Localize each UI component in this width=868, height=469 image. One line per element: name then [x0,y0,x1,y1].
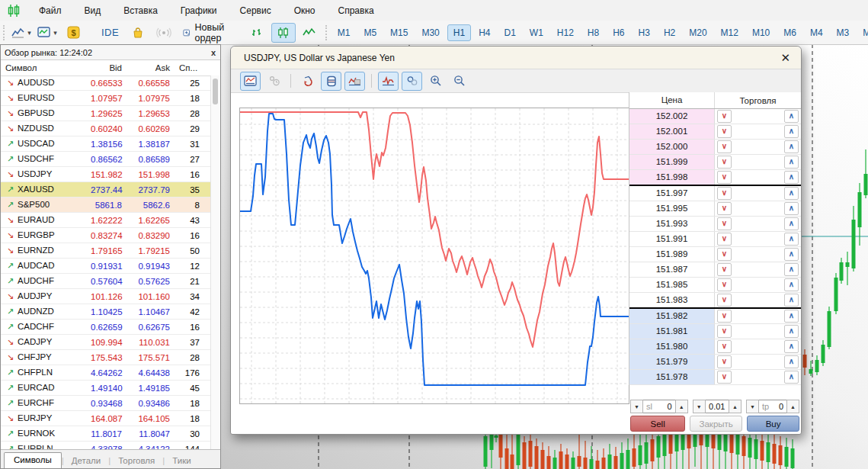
timeframe-H12[interactable]: H12 [551,24,580,41]
market-watch-row[interactable]: ↘GBPUSD1.296251.2965328 [1,106,220,121]
column-bid[interactable]: Bid [86,63,127,72]
market-watch-row[interactable]: ↘EURUSD1.079571.0797518 [1,91,220,106]
ladder-price-cell[interactable]: 151.980 [629,339,715,354]
sell-at-price-button[interactable]: ∨ [717,202,732,215]
lot-field[interactable]: 0.01 [706,400,729,413]
timeframe-M4[interactable]: M4 [804,24,829,41]
advanced-mode-button[interactable] [344,72,365,91]
market-watch-row[interactable]: ↘CHFJPY175.543175.57128 [1,350,220,365]
signals-button[interactable] [152,23,176,43]
timeframe-H4[interactable]: H4 [472,24,496,41]
market-watch-row[interactable]: ↘EURAUD1.622221.6226543 [1,213,220,228]
tab-Символы[interactable]: Символы [4,452,62,468]
sell-at-price-button[interactable]: ∨ [717,278,732,291]
sl-increase-button[interactable]: ▲ [675,400,688,413]
timeframe-M6[interactable]: M6 [777,24,802,41]
market-depth-chart-button[interactable] [240,72,261,91]
sell-at-price-button[interactable]: ∨ [717,125,732,138]
ladder-price-cell[interactable]: 151.981 [629,324,715,339]
buy-at-price-button[interactable]: ∧ [784,294,799,307]
market-watch-close-icon[interactable]: x [211,49,216,56]
sell-at-price-button[interactable]: ∨ [717,355,732,368]
buy-at-price-button[interactable]: ∧ [784,217,799,230]
close-position-button[interactable]: Закрыть [690,416,742,432]
ladder-price-cell[interactable]: 151.987 [629,262,715,277]
new-chart-button[interactable]: ▾ [35,23,59,43]
menu-item-Сервис[interactable]: Сервис [229,1,283,21]
market-watch-row[interactable]: ↗S&P5005861.85862.68 [1,198,220,213]
buy-at-price-button[interactable]: ∧ [784,187,799,200]
ladder-price-cell[interactable]: 152.001 [629,124,715,139]
market-watch-scrollbar[interactable] [210,75,220,450]
menu-item-Вставка[interactable]: Вставка [112,1,169,21]
sell-button[interactable]: Sell [630,416,685,432]
market-watch-row[interactable]: ↗AUDCHF0.576040.5762521 [1,274,220,289]
menu-item-Файл[interactable]: Файл [27,1,73,21]
market-watch-row[interactable]: ↘USDJPY151.982151.99816 [1,167,220,182]
buy-at-price-button[interactable]: ∧ [784,125,799,138]
sl-field[interactable]: sl 0 [643,400,675,413]
timeframe-H6[interactable]: H6 [607,24,630,41]
market-watch-row[interactable]: ↘EURNZD1.791651.7921550 [1,243,220,259]
tp-field[interactable]: tp 0 [759,400,786,413]
buy-button[interactable]: Buy [747,416,799,432]
sl-decrease-button[interactable]: ▼ [630,400,643,413]
buy-at-price-button[interactable]: ∧ [784,110,799,123]
buy-at-price-button[interactable]: ∧ [784,325,799,338]
buy-at-price-button[interactable]: ∧ [784,202,799,215]
menu-item-Графики[interactable]: Графики [169,1,229,21]
buy-at-price-button[interactable]: ∧ [784,140,799,153]
sell-at-price-button[interactable]: ∨ [717,171,732,184]
sell-at-price-button[interactable]: ∨ [717,217,732,230]
column-ask[interactable]: Ask [127,63,175,72]
buy-at-price-button[interactable]: ∧ [784,156,799,169]
dom-window-close-icon[interactable]: ✕ [780,51,790,65]
market-watch-row[interactable]: ↗USDCAD1.381561.3818731 [1,137,220,152]
market-watch-row[interactable]: ↘AUDUSD0.665330.6655825 [1,75,220,91]
ide-button[interactable]: IDE [101,27,119,38]
timeframe-M12[interactable]: M12 [715,24,745,41]
buy-at-price-button[interactable]: ∧ [784,171,799,184]
market-watch-row[interactable]: ↗XAUUSD2737.442737.7935 [1,182,220,198]
ladder-price-cell[interactable]: 151.985 [629,278,715,292]
buy-at-price-button[interactable]: ∧ [784,248,799,261]
market-watch-row[interactable]: ↗EURNOK11.801711.804730 [1,426,220,442]
timeframe-M1[interactable]: M1 [332,24,357,41]
market-watch-row[interactable]: ↗CHFPLN4.642624.64438176 [1,365,220,381]
market-watch-row[interactable]: ↗EURCAD1.491401.4918545 [1,381,220,396]
ladder-price-cell[interactable]: 151.998 [629,170,715,185]
market-watch-row[interactable]: ↘EURGBP0.832740.8329016 [1,228,220,243]
timeframe-M30[interactable]: M30 [415,24,445,41]
market-watch-row[interactable]: ↘AUDJPY101.126101.16034 [1,289,220,304]
ladder-price-cell[interactable]: 152.000 [629,140,715,154]
market-store-button[interactable] [126,23,150,43]
sell-at-price-button[interactable]: ∨ [717,371,732,384]
market-watch-row[interactable]: ↗USDCHF0.865620.8658927 [1,152,220,167]
lot-increase-button[interactable]: ▲ [729,400,741,413]
ladder-price-cell[interactable]: 151.978 [629,370,715,384]
timeframe-M5[interactable]: M5 [357,24,383,41]
buy-at-price-button[interactable]: ∧ [784,278,799,291]
flip-dom-button[interactable] [297,72,318,91]
volumes-button[interactable] [402,72,422,91]
scrollbar-thumb[interactable] [213,79,218,104]
timeframe-W1[interactable]: W1 [524,24,549,41]
sell-at-price-button[interactable]: ∨ [717,294,732,307]
buy-at-price-button[interactable]: ∧ [784,371,799,384]
zoom-out-button[interactable] [449,72,469,91]
ladder-price-cell[interactable]: 151.995 [629,201,715,216]
ladder-price-cell[interactable]: 151.993 [629,217,715,231]
time-and-sales-button[interactable] [264,72,284,91]
buy-at-price-button[interactable]: ∧ [784,355,799,368]
market-watch-row[interactable]: ↗CADCHF0.626590.6267516 [1,320,220,335]
zoom-in-button[interactable] [425,72,446,91]
tab-Торговля[interactable]: Торговля [111,454,162,468]
column-spread[interactable]: Сп... [175,63,204,72]
ladder-price-cell[interactable]: 151.997 [629,186,715,201]
tp-decrease-button[interactable]: ▼ [746,400,759,413]
dom-window-titlebar[interactable]: USDJPY, US Dollar vs Japanese Yen ✕ [231,47,801,69]
sell-at-price-button[interactable]: ∨ [717,110,732,123]
timeframe-M10[interactable]: M10 [746,24,776,41]
timeframe-H1[interactable]: H1 [447,24,471,41]
tick-chart-button[interactable] [378,72,399,91]
